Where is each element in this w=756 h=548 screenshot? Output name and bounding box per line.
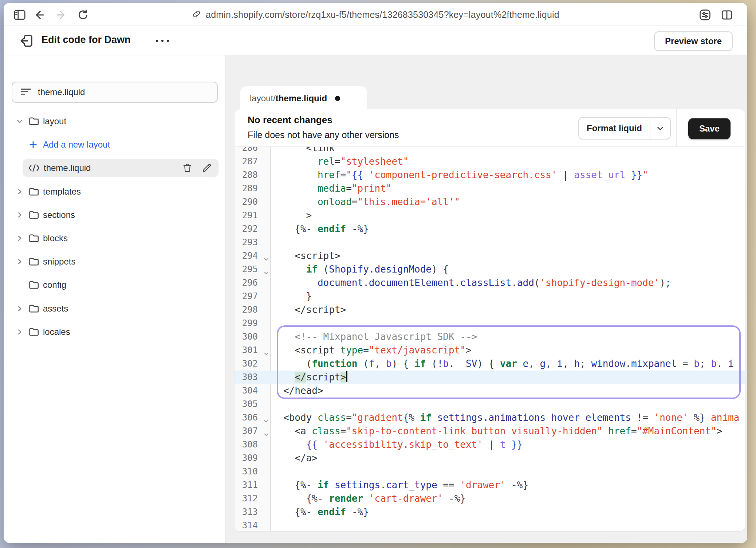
chevron-right-icon[interactable] — [16, 328, 24, 336]
chevron-right-icon[interactable] — [16, 188, 24, 196]
code-text: <script type="text/javascript"> — [271, 344, 472, 357]
chevron-right-icon[interactable] — [16, 211, 24, 219]
code-line-301[interactable]: 301 <script type="text/javascript"> — [235, 344, 745, 357]
code-line-297[interactable]: 297 } — [235, 290, 745, 303]
code-line-293[interactable]: 293 — [235, 236, 745, 249]
code-text: {%- endif -%} — [271, 505, 369, 519]
code-line-290[interactable]: 290 onload="this.media='all'" — [235, 195, 745, 209]
sidebar-item-snippets[interactable]: snippets — [12, 253, 218, 270]
forward-icon[interactable] — [54, 8, 68, 22]
code-text: </script> — [271, 303, 346, 317]
code-line-312[interactable]: 312 {%- render 'cart-drawer' -%} — [235, 492, 745, 505]
sidebar-toggle-icon[interactable] — [12, 8, 27, 22]
code-line-300[interactable]: 300 <!-- Mixpanel Javascript SDK --> — [235, 330, 745, 344]
code-line-304[interactable]: 304</head> — [235, 384, 745, 398]
chevron-down-icon[interactable] — [650, 124, 670, 133]
back-icon[interactable] — [32, 8, 47, 22]
tab-file-name: theme.liquid — [276, 93, 327, 103]
code-line-305[interactable]: 305 — [235, 398, 745, 411]
sidebar-item-templates[interactable]: templates — [12, 183, 218, 200]
format-liquid-button[interactable]: Format liquid — [578, 117, 671, 140]
line-number: 305 — [235, 398, 271, 411]
sidebar-item-theme-liquid[interactable]: theme.liquid — [23, 159, 218, 177]
split-view-icon[interactable] — [720, 8, 734, 22]
code-line-298[interactable]: 298 </script> — [235, 303, 745, 317]
code-line-287[interactable]: 287 rel="stylesheet" — [235, 155, 745, 168]
page-title: Edit code for Dawn — [42, 34, 131, 46]
code-line-309[interactable]: 309 </a> — [235, 451, 745, 465]
code-text: <!-- Mixpanel Javascript SDK --> — [271, 330, 477, 344]
address-bar[interactable]: admin.shopify.com/store/rzq1xu-f5/themes… — [192, 3, 559, 26]
line-number: 298 — [235, 303, 271, 317]
chevron-down-icon[interactable] — [16, 117, 24, 125]
content-area: theme.liquid layoutAdd a new layouttheme… — [4, 55, 747, 543]
tab-theme-liquid[interactable]: layout/theme.liquid — [240, 86, 367, 110]
code-line-288[interactable]: 288 href="{{ 'component-predictive-searc… — [235, 168, 745, 182]
delete-file-icon[interactable] — [182, 163, 193, 173]
line-number: 313 — [235, 505, 271, 519]
status-title: No recent changes — [248, 114, 332, 126]
version-infobar: No recent changes File does not have any… — [235, 109, 745, 147]
code-text: onload="this.media='all'" — [271, 195, 460, 209]
sidebar-item-config[interactable]: config — [12, 276, 218, 294]
line-number: 291 — [235, 209, 271, 222]
save-button[interactable]: Save — [688, 118, 731, 139]
sidebar-item-add-a-new-layout[interactable]: Add a new layout — [12, 136, 218, 153]
line-number: 310 — [235, 465, 271, 478]
folder-icon — [28, 326, 39, 337]
sidebar-item-locales[interactable]: locales — [12, 323, 218, 341]
code-line-299[interactable]: 299 — [235, 317, 745, 330]
code-line-294[interactable]: 294 <script> — [235, 249, 745, 263]
code-line-289[interactable]: 289 media="print" — [235, 182, 745, 195]
sidebar-item-blocks[interactable]: blocks — [12, 230, 218, 247]
code-line-307[interactable]: 307 <a class="skip-to-content-link butto… — [235, 424, 745, 438]
editor-pane: layout/theme.liquid No recent changes Fi… — [226, 55, 747, 543]
file-search-input[interactable]: theme.liquid — [12, 82, 218, 103]
code-line-292[interactable]: 292 {%- endif -%} — [235, 222, 745, 236]
code-line-311[interactable]: 311 {%- if settings.cart_type == 'drawer… — [235, 478, 745, 492]
line-number: 307 — [235, 424, 271, 438]
rename-file-icon[interactable] — [202, 163, 212, 173]
code-line-286[interactable]: 286 <link — [235, 147, 745, 155]
code-line-303[interactable]: 303 </script> — [235, 371, 745, 384]
code-line-306[interactable]: 306<body class="gradient{% if settings.a… — [235, 411, 745, 424]
reload-icon[interactable] — [76, 8, 90, 22]
code-text: {%- render 'cart-drawer' -%} — [271, 492, 466, 505]
exit-editor-icon[interactable] — [19, 33, 34, 48]
sidebar-item-layout[interactable]: layout — [12, 113, 218, 130]
chevron-right-icon[interactable] — [16, 258, 24, 266]
line-number: 308 — [235, 438, 271, 451]
code-line-296[interactable]: 296 document.documentElement.classList.a… — [235, 276, 745, 290]
code-text: } — [271, 290, 312, 303]
code-text — [271, 398, 283, 411]
code-line-314[interactable]: 314 — [235, 519, 745, 531]
reader-settings-icon[interactable] — [698, 8, 712, 22]
code-text: </a> — [271, 451, 318, 465]
code-line-313[interactable]: 313 {%- endif -%} — [235, 505, 745, 519]
code-line-308[interactable]: 308 {{ 'accessibility.skip_to_text' | t … — [235, 438, 745, 451]
code-line-310[interactable]: 310 — [235, 465, 745, 478]
code-text — [271, 236, 283, 249]
chevron-right-icon[interactable] — [16, 234, 24, 242]
chevron-right-icon[interactable] — [16, 305, 24, 313]
line-number: 299 — [235, 317, 271, 330]
sidebar-item-assets[interactable]: assets — [12, 300, 218, 317]
code-editor[interactable]: 286 <link287 rel="stylesheet"288 href="{… — [235, 147, 745, 531]
code-line-295[interactable]: 295 if (Shopify.designMode) { — [235, 263, 745, 276]
code-line-291[interactable]: 291 > — [235, 209, 745, 222]
sidebar-item-sections[interactable]: sections — [12, 206, 218, 224]
line-number: 294 — [235, 249, 271, 263]
line-number: 301 — [235, 344, 271, 357]
code-text: <link — [271, 147, 335, 155]
code-text: {%- if settings.cart_type == 'drawer' -%… — [271, 478, 528, 492]
line-number: 293 — [235, 236, 271, 249]
code-text: <script> — [271, 249, 340, 263]
overflow-menu-icon[interactable] — [154, 33, 171, 49]
line-number: 286 — [235, 147, 271, 155]
line-number: 296 — [235, 276, 271, 290]
preview-store-button[interactable]: Preview store — [654, 31, 733, 51]
code-line-302[interactable]: 302 (function (f, b) { if (!b.__SV) { va… — [235, 357, 745, 371]
line-number: 314 — [235, 519, 271, 531]
code-text: <a class="skip-to-content-link button vi… — [271, 424, 722, 438]
code-text — [271, 317, 283, 330]
